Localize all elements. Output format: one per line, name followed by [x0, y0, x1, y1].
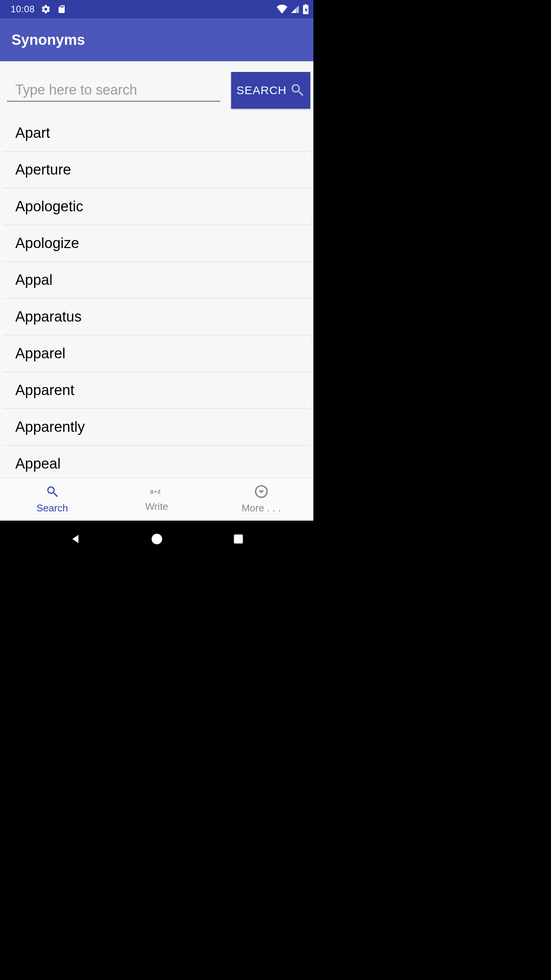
- system-nav-bar: [0, 521, 313, 557]
- status-time: 10:08: [5, 4, 35, 15]
- search-input[interactable]: [7, 79, 220, 102]
- nav-write[interactable]: az Write: [104, 478, 209, 521]
- search-button-label: SEARCH: [236, 84, 287, 97]
- content-area: SEARCH Apart Aperture Apologetic Apologi…: [0, 61, 313, 478]
- search-input-wrap: [7, 79, 220, 102]
- nav-more[interactable]: More . . .: [209, 478, 313, 521]
- list-item[interactable]: Apologetic: [3, 188, 310, 225]
- status-bar: 10:08: [0, 0, 313, 18]
- gear-icon: [41, 4, 51, 14]
- word-list: Apart Aperture Apologetic Apologize Appa…: [0, 116, 313, 478]
- nav-label: Search: [36, 502, 68, 514]
- recent-apps-button[interactable]: [230, 531, 247, 547]
- app-title: Synonyms: [11, 32, 85, 48]
- list-item[interactable]: Apart: [3, 116, 310, 152]
- list-item[interactable]: Apologize: [3, 225, 310, 262]
- status-left: 10:08: [5, 4, 66, 15]
- list-item[interactable]: Apparent: [3, 372, 310, 409]
- list-item[interactable]: Appeal: [3, 446, 310, 478]
- search-icon: [290, 82, 305, 99]
- home-button[interactable]: [148, 531, 165, 547]
- list-item[interactable]: Apparently: [3, 409, 310, 446]
- input-underline: [7, 101, 220, 102]
- list-item[interactable]: Apparatus: [3, 299, 310, 335]
- cell-signal-icon: [290, 5, 300, 14]
- list-item[interactable]: Aperture: [3, 152, 310, 188]
- svg-text:z: z: [157, 488, 160, 495]
- list-item[interactable]: Apparel: [3, 335, 310, 372]
- wifi-icon: [277, 5, 287, 14]
- battery-charging-icon: [303, 4, 309, 14]
- search-row: SEARCH: [0, 61, 313, 116]
- svg-point-3: [152, 534, 162, 544]
- app-bar: Synonyms: [0, 18, 313, 61]
- more-circle-icon: [254, 485, 268, 500]
- status-right: [277, 4, 309, 14]
- device-frame: 10:08 Synonyms: [0, 0, 313, 557]
- nav-label: Write: [145, 501, 168, 513]
- nav-label: More . . .: [241, 502, 281, 514]
- bottom-nav: Search az Write More . . .: [0, 478, 313, 521]
- search-button[interactable]: SEARCH: [231, 72, 310, 109]
- svg-rect-4: [234, 534, 243, 543]
- list-item[interactable]: Appal: [3, 262, 310, 299]
- svg-text:a: a: [150, 488, 154, 495]
- sd-card-icon: [57, 5, 66, 14]
- back-button[interactable]: [67, 531, 84, 547]
- search-icon: [46, 485, 59, 500]
- a-to-z-icon: az: [150, 486, 164, 498]
- nav-search[interactable]: Search: [0, 478, 104, 521]
